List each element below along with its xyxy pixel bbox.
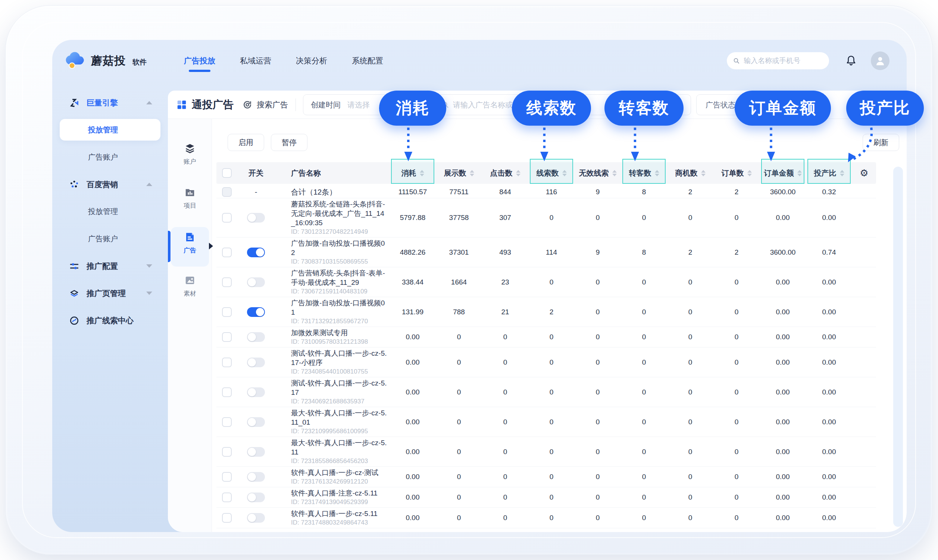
user-avatar[interactable]: [871, 51, 890, 70]
global-search[interactable]: [727, 52, 829, 69]
row-checkbox[interactable]: [222, 277, 232, 287]
column-header-cost[interactable]: 消耗: [390, 162, 436, 184]
row-checkbox[interactable]: [222, 447, 232, 457]
row-toggle[interactable]: [247, 417, 265, 427]
sort-icon[interactable]: [612, 170, 617, 176]
column-header-converted[interactable]: 转客数: [621, 162, 667, 184]
row-toggle[interactable]: [247, 332, 265, 342]
column-header-orders[interactable]: 订单数: [713, 162, 760, 184]
metric-cell: 8: [621, 248, 667, 257]
row-check-cell: [216, 332, 237, 342]
tab-feed-ads[interactable]: 通投广告: [176, 91, 234, 119]
entity-rail: 账户项目广告素材: [168, 119, 212, 532]
metric-cell: 0: [713, 333, 760, 341]
nav-tab[interactable]: 决策分析: [296, 51, 327, 71]
column-header-leads[interactable]: 线索数: [528, 162, 575, 184]
toggle-knob: [248, 358, 256, 366]
row-checkbox[interactable]: [222, 417, 232, 427]
row-toggle[interactable]: [247, 248, 265, 257]
column-settings-button[interactable]: ⚙: [852, 162, 876, 184]
row-name-cell: 测试-软件-真人口播-一步-cz-5.17ID: 723406921688635…: [275, 378, 390, 406]
row-checkbox[interactable]: [222, 187, 232, 197]
row-checkbox[interactable]: [222, 472, 232, 482]
metric-cell: 0: [528, 358, 575, 366]
column-header-opportunities[interactable]: 商机数: [667, 162, 713, 184]
metric-cell: 0: [436, 448, 482, 456]
row-checkbox[interactable]: [222, 513, 232, 523]
column-header-invalid_leads[interactable]: 无效线索: [575, 162, 621, 184]
sort-icon[interactable]: [655, 170, 659, 176]
row-check-cell: [216, 492, 237, 502]
select-all-checkbox[interactable]: [222, 168, 232, 178]
table-row: 软件-真人口播-注意-cz-5.11ID: 723174913904952939…: [216, 487, 876, 508]
column-header-impressions[interactable]: 展示数: [436, 162, 482, 184]
row-checkbox[interactable]: [222, 248, 232, 257]
sidebar-group[interactable]: 推广线索中心: [52, 307, 168, 334]
sort-icon[interactable]: [516, 170, 520, 176]
nav-tab[interactable]: 广告投放: [184, 51, 215, 71]
metric-cell: 0.00: [760, 278, 806, 286]
metric-cell: 0.74: [806, 248, 852, 257]
row-toggle[interactable]: [247, 492, 265, 502]
row-check-cell: [216, 187, 237, 197]
sort-icon[interactable]: [420, 170, 424, 176]
sidebar-group[interactable]: 推广页管理: [52, 280, 168, 307]
row-toggle[interactable]: [247, 358, 265, 367]
rail-tab[interactable]: 素材: [168, 275, 212, 298]
vertical-scrollbar[interactable]: [893, 167, 903, 527]
pause-button[interactable]: 暂停: [271, 134, 307, 151]
sort-icon[interactable]: [797, 170, 802, 176]
row-toggle[interactable]: [247, 388, 265, 397]
row-toggle[interactable]: [247, 447, 265, 457]
sort-icon[interactable]: [562, 170, 567, 176]
sidebar-group[interactable]: 百度营销: [52, 171, 168, 198]
refresh-button[interactable]: 刷新: [862, 134, 899, 151]
row-checkbox[interactable]: [222, 358, 232, 367]
sort-icon[interactable]: [701, 170, 705, 176]
table-row: 最大-软件-真人口播-一步-cz-5.11ID: 723185586685645…: [216, 437, 876, 467]
row-checkbox[interactable]: [222, 388, 232, 397]
metric-cell: 0.00: [806, 214, 852, 222]
row-checkbox[interactable]: [222, 213, 232, 223]
row-checkbox[interactable]: [222, 332, 232, 342]
column-header-switch: 开关: [237, 162, 275, 184]
ad-id: ID: 7308371031550869555: [275, 257, 368, 266]
table-body: -合计（12条）11150.577751184411698223600.000.…: [216, 186, 876, 532]
row-toggle[interactable]: [247, 213, 265, 223]
nav-tab[interactable]: 私域运营: [240, 51, 271, 71]
row-checkbox[interactable]: [222, 307, 232, 317]
rail-tab-label: 素材: [184, 289, 196, 298]
row-name-cell: 软件-真人口播-注意-cz-5.11ID: 723174913904952939…: [275, 488, 390, 506]
row-toggle[interactable]: [247, 472, 265, 482]
metric-cell: 0: [575, 278, 621, 286]
sidebar-item[interactable]: 投放管理: [52, 198, 168, 225]
rail-tab[interactable]: 广告: [168, 232, 212, 255]
column-header-clicks[interactable]: 点击数: [482, 162, 528, 184]
content-card: 通投广告 搜索广告 创建时间 请选择: [168, 91, 907, 532]
global-search-input[interactable]: [744, 57, 823, 65]
sort-icon[interactable]: [840, 170, 844, 176]
column-header-order_amount[interactable]: 订单金额: [760, 162, 806, 184]
sort-icon[interactable]: [747, 170, 752, 176]
row-switch-cell: [237, 332, 275, 342]
metric-cell: 0: [667, 473, 713, 481]
row-toggle[interactable]: [247, 513, 265, 523]
sidebar-item[interactable]: 投放管理: [60, 119, 160, 140]
column-header-roi[interactable]: 投产比: [806, 162, 852, 184]
rail-tab[interactable]: 账户: [168, 143, 212, 166]
enable-button[interactable]: 启用: [228, 134, 264, 151]
row-toggle[interactable]: [247, 307, 265, 317]
notification-bell-icon[interactable]: [845, 55, 857, 67]
table-row: 蘑菇投系统-全链路-头条|抖音-无定向-最优成本_广告_11_14_16:09:…: [216, 198, 876, 237]
row-toggle[interactable]: [247, 277, 265, 287]
sort-icon[interactable]: [470, 170, 474, 176]
sidebar-group[interactable]: 推广配置: [52, 252, 168, 280]
tab-search-ads[interactable]: 搜索广告: [242, 91, 288, 119]
ad-name: 软件-真人口播-注意-cz-5.11: [275, 488, 380, 498]
rail-tab[interactable]: 项目: [168, 187, 212, 210]
row-checkbox[interactable]: [222, 492, 232, 502]
sidebar-group[interactable]: 巨量引擎: [52, 89, 168, 116]
nav-tab[interactable]: 系统配置: [352, 51, 383, 71]
sidebar-item[interactable]: 广告账户: [52, 225, 168, 252]
sidebar-item[interactable]: 广告账户: [52, 143, 168, 171]
